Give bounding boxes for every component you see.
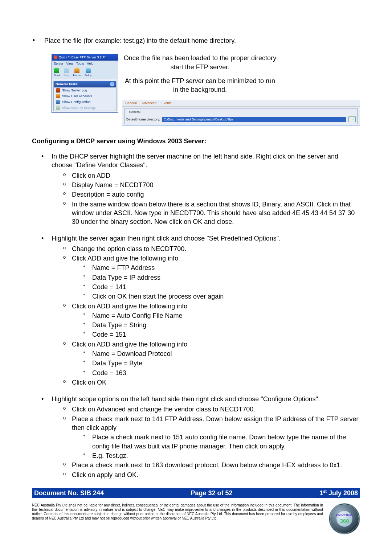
text: Click on ADD and give the following info	[72, 303, 187, 310]
doc-number: Document No. SIB 244	[34, 489, 104, 497]
l3-item: Click on OK then start the process over …	[92, 292, 360, 301]
text: Click ADD and give the following info	[72, 255, 178, 262]
text: Place a check mark next to 141 FTP Addre…	[72, 415, 358, 431]
page-total: 52	[225, 489, 233, 497]
l2-item: Click ADD and give the following info Na…	[72, 254, 360, 301]
logo-brand: UNIVERGE	[336, 513, 353, 517]
ftp-window: Quick 'n Easy FTP Server 3.2 Pr Server V…	[52, 54, 118, 113]
task-show-server-log[interactable]: Show Server Log	[54, 87, 116, 93]
menu-tools[interactable]: Tools	[76, 61, 84, 66]
menu-help[interactable]: Help	[87, 61, 94, 66]
disclaimer-text: NEC Australia Pty Ltd shall not be liabl…	[32, 503, 323, 521]
text: Page	[191, 489, 208, 497]
l2-item: Click on OK	[72, 378, 360, 387]
l2-item: Click on ADD	[72, 171, 360, 180]
tab-general[interactable]: General	[125, 101, 137, 105]
l3-item: Data Type = Byte	[92, 359, 360, 368]
l3-item: E.g. Test.gz.	[92, 451, 360, 460]
tab-events[interactable]: Events	[162, 101, 172, 105]
l3-item: Name = FTP Address	[92, 263, 360, 272]
l2-item: Click on ADD and give the following info…	[72, 302, 360, 339]
l2-item: Click on apply and OK.	[72, 471, 360, 479]
configuration-icon	[56, 100, 60, 104]
setup-label: Setup	[85, 74, 92, 78]
l2-item: Display Name = NECDT700	[72, 181, 360, 189]
default-home-label: Default home directory:	[126, 117, 160, 122]
ftp-menu-bar[interactable]: Server View Tools Help	[52, 61, 118, 66]
l2-item: Place a check mark next to 163 download …	[72, 461, 360, 469]
browse-button[interactable]: …	[348, 116, 356, 122]
ftp-options-window: General Advanced Events General Default …	[122, 100, 360, 126]
setup-button[interactable]: Setup	[85, 68, 92, 78]
l2-item: In the same window down below there is a…	[72, 200, 360, 226]
l3-item: Data Type = String	[92, 321, 360, 329]
l3-item: Place a check mark next to 151 auto conf…	[92, 433, 360, 451]
collapse-icon[interactable]: ⌃	[110, 82, 114, 86]
l2-item: Description = auto config	[72, 190, 360, 199]
task-show-configuration[interactable]: Show Configuration	[54, 99, 116, 105]
panel-title: General Tasks	[56, 82, 78, 86]
default-home-path-field[interactable]: C:\Documents and Settings\pmatte\Desktop…	[162, 117, 346, 122]
task-label: Show User Accounts	[62, 94, 92, 98]
l3-item: Code = 163	[92, 369, 360, 377]
ftp-title-text: Quick 'n Easy FTP Server 3.2 Pr	[59, 55, 106, 59]
l2-item: Change the option class to NECDT700.	[72, 245, 360, 253]
task-label: Show Security Settings	[62, 106, 96, 110]
user-accounts-icon	[56, 94, 60, 98]
doc-date: 1st July 2008	[319, 489, 358, 497]
logo-number: 360	[340, 517, 349, 525]
group-title-general: General	[128, 110, 142, 114]
text: Highlight scope options on the left hand…	[52, 395, 320, 403]
log-viewer-icon	[56, 88, 60, 93]
menu-server[interactable]: Server	[54, 61, 64, 66]
home-icon	[74, 68, 79, 73]
heading-dhcp: Configuring a DHCP server using Windows …	[32, 137, 360, 145]
univerge-360-logo: UNIVERGE 360	[329, 503, 360, 534]
setup-icon	[86, 68, 91, 73]
date-super: st	[323, 489, 327, 493]
dhcp-step-2: Highlight the server again then right cl…	[52, 234, 360, 387]
home-label: Home	[73, 74, 81, 78]
stop-icon	[64, 68, 69, 73]
text: Click on ADD and give the following info	[72, 341, 187, 348]
bullet-dot: •	[32, 36, 36, 45]
task-label: Show Server Log	[62, 88, 87, 93]
ftp-app-icon	[54, 56, 57, 59]
ftp-instr-2: At this point the FTP server can be mini…	[122, 77, 278, 94]
task-show-security[interactable]: Show Security Settings	[54, 105, 116, 111]
intro-text: Place the file (for example: test.gz) in…	[44, 36, 236, 45]
tab-advanced[interactable]: Advanced	[142, 101, 156, 105]
l3-item: Code = 151	[92, 330, 360, 339]
task-label: Show Configuration	[62, 100, 91, 104]
l2-item: Click on ADD and give the following info…	[72, 340, 360, 377]
ftp-toolbar: Start Stop Home Setup	[52, 67, 118, 79]
text: 1	[319, 489, 323, 497]
menu-view[interactable]: View	[66, 61, 73, 66]
security-icon	[56, 106, 60, 110]
footer-bar: Document No. SIB 244 Page 32 of 52 1st J…	[32, 488, 360, 498]
ftp-instructions: Once the file has been loaded to the pro…	[122, 54, 278, 94]
text: In the DHCP server highlight the server …	[52, 153, 338, 169]
ftp-instr-1: Once the file has been loaded to the pro…	[122, 54, 278, 71]
text: Highlight the server again then right cl…	[52, 235, 281, 242]
l2-item: Place a check mark next to 141 FTP Addre…	[72, 415, 360, 460]
general-tasks-panel: General Tasks ⌃ Show Server Log Show Use…	[53, 81, 117, 111]
dhcp-step-1: In the DHCP server highlight the server …	[52, 152, 360, 226]
task-show-user-accounts[interactable]: Show User Accounts	[54, 93, 116, 99]
l3-item: Code = 141	[92, 283, 360, 291]
ftp-title-bar: Quick 'n Easy FTP Server 3.2 Pr	[52, 54, 118, 61]
l3-item: Data Type = IP address	[92, 273, 360, 282]
start-label: Start	[54, 74, 60, 78]
home-button[interactable]: Home	[73, 68, 81, 78]
text: of	[216, 489, 225, 497]
l3-item: Name = Auto Config File Name	[92, 311, 360, 320]
text: July 2008	[327, 489, 358, 497]
stop-label: Stop	[64, 74, 69, 78]
l2-item: Click on Advanced and change the vendor …	[72, 405, 360, 414]
page-current: 32	[208, 489, 216, 497]
start-icon	[54, 68, 59, 73]
stop-button[interactable]: Stop	[64, 68, 69, 78]
start-button[interactable]: Start	[54, 68, 60, 78]
dhcp-step-3: Highlight scope options on the left hand…	[52, 395, 360, 479]
l3-item: Name = Download Protocol	[92, 349, 360, 358]
